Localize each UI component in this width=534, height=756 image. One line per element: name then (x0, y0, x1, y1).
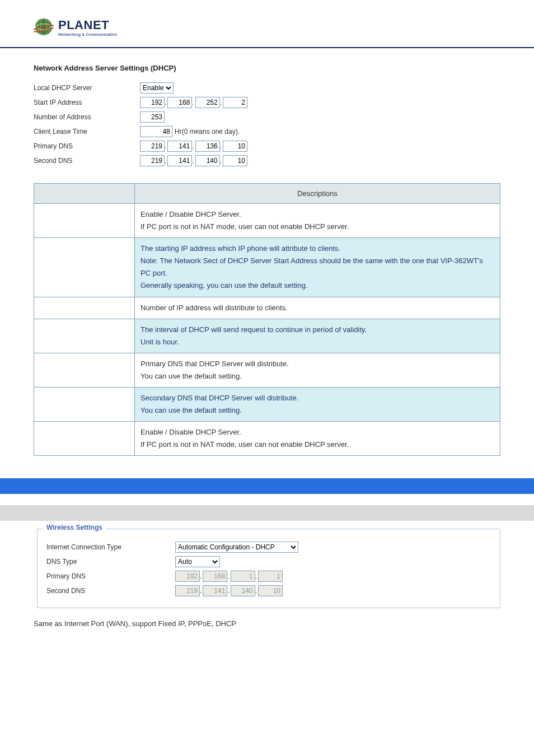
wireless-sdns-octet-4 (258, 585, 283, 596)
wireless-pdns-octet-2 (203, 571, 227, 582)
blue-separator-bar (0, 478, 534, 494)
desc-row-text: The interval of DHCP will send request t… (135, 319, 500, 353)
desc-header-right: Descriptions (135, 184, 500, 204)
num-address-input[interactable] (140, 111, 165, 123)
second-dns-label: Second DNS (34, 157, 140, 165)
lease-time-suffix: Hr(0 means one day). (175, 128, 240, 136)
start-ip-octet-1[interactable] (140, 97, 165, 108)
desc-row-label (34, 422, 135, 456)
local-dhcp-label: Local DHCP Server (34, 84, 140, 92)
wireless-sdns-octet-3 (231, 585, 255, 596)
dns-type-label: DNS Type (46, 558, 175, 566)
ict-select[interactable]: Automatic Configuration - DHCP (175, 542, 298, 553)
desc-row-label (34, 297, 135, 319)
second-dns-octet-4[interactable] (223, 155, 247, 166)
start-ip-label: Start IP Address (34, 99, 140, 106)
start-ip-octet-2[interactable] (167, 97, 192, 108)
primary-dns-octet-1[interactable] (140, 141, 165, 152)
footnote: Same as Internet Port (WAN), support Fix… (34, 619, 500, 628)
desc-row-text: Number of IP address will distribute to … (135, 297, 500, 319)
dhcp-section-title: Network Address Server Settings (DHCP) (34, 64, 500, 72)
wireless-pdns-octet-3 (231, 571, 255, 582)
desc-row-label (34, 319, 135, 353)
desc-row-text: Secondary DNS that DHCP Server will dist… (135, 388, 500, 422)
logo-subtext: Networking & Communication (58, 32, 117, 36)
header: PLANET Networking & Communication (34, 0, 500, 43)
descriptions-table: Descriptions Enable / Disable DHCP Serve… (34, 183, 500, 456)
primary-dns-label: Primary DNS (34, 142, 140, 150)
desc-row-label (34, 388, 135, 422)
primary-dns-octet-4[interactable] (223, 141, 247, 152)
lease-time-label: Client Lease Time (34, 128, 140, 136)
wireless-sdns-octet-2 (203, 585, 227, 596)
desc-row-label (34, 238, 135, 297)
lease-time-input[interactable] (140, 126, 172, 137)
wireless-pdns-label: Primary DNS (46, 572, 175, 580)
wireless-sdns-label: Second DNS (46, 587, 175, 595)
start-ip-octet-3[interactable] (195, 97, 220, 108)
desc-row-label (34, 204, 135, 238)
header-divider (0, 47, 534, 48)
gray-separator-bar (0, 505, 534, 521)
desc-row-text: Enable / Disable DHCP Server.If PC port … (135, 204, 500, 238)
primary-dns-octet-3[interactable] (195, 141, 220, 152)
start-ip-octet-4[interactable] (223, 97, 247, 108)
second-dns-octet-1[interactable] (140, 155, 165, 166)
logo-text: PLANET (58, 18, 117, 32)
second-dns-octet-2[interactable] (167, 155, 192, 166)
desc-header-left (34, 184, 135, 204)
dhcp-settings-grid: Local DHCP Server Enable Start IP Addres… (34, 82, 500, 166)
desc-row-text: Enable / Disable DHCP Server.If PC port … (135, 422, 500, 456)
wireless-pdns-octet-1 (175, 571, 200, 582)
second-dns-octet-3[interactable] (195, 155, 220, 166)
desc-row-text: The starting IP address which IP phone w… (135, 238, 500, 297)
planet-globe-icon (34, 17, 54, 37)
desc-row-label (34, 353, 135, 387)
desc-row-text: Primary DNS that DHCP Server will distri… (135, 353, 500, 387)
wireless-legend: Wireless Settings (43, 524, 106, 531)
primary-dns-octet-2[interactable] (167, 141, 192, 152)
wireless-sdns-octet-1 (175, 585, 200, 596)
local-dhcp-select[interactable]: Enable (140, 82, 174, 94)
logo: PLANET Networking & Communication (34, 17, 500, 37)
ict-label: Internet Connection Type (46, 543, 175, 551)
num-address-label: Number of Address (34, 113, 140, 121)
wireless-settings-fieldset: Wireless Settings Internet Connection Ty… (37, 529, 500, 608)
dns-type-select[interactable]: Auto (175, 556, 220, 567)
wireless-pdns-octet-4 (258, 571, 283, 582)
